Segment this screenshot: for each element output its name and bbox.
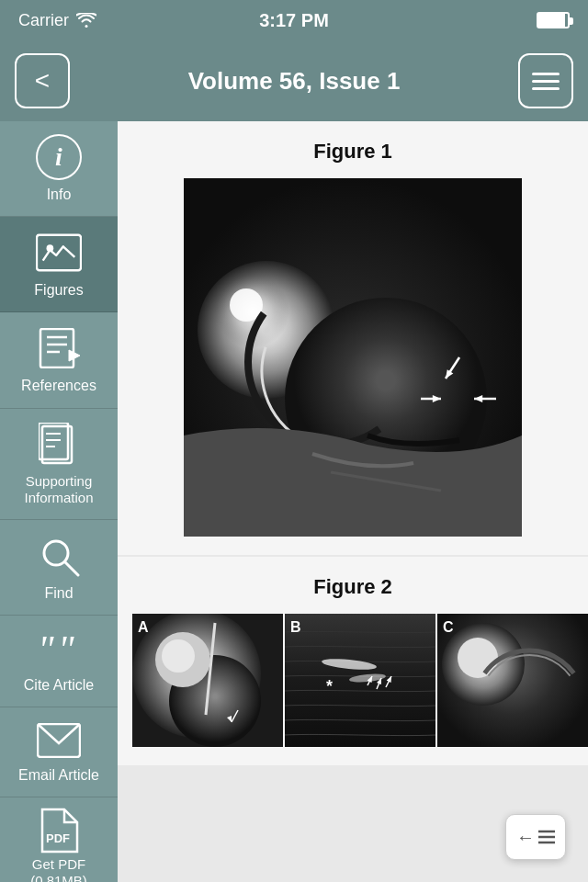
- carrier-label: Carrier: [18, 11, 69, 30]
- menu-line-3: [532, 87, 560, 90]
- svg-point-1: [47, 245, 54, 253]
- sidebar-label-find: Find: [44, 584, 73, 602]
- sidebar-item-find[interactable]: Find: [0, 520, 118, 616]
- expand-lines-icon: [538, 830, 555, 844]
- figure-2-sub-a: [132, 614, 283, 747]
- sidebar-item-supporting[interactable]: SupportingInformation: [0, 409, 118, 520]
- content-area[interactable]: Figure 1 Figure 2: [118, 121, 588, 882]
- expand-arrow-icon: ←: [516, 827, 535, 848]
- menu-line-2: [532, 80, 560, 83]
- sidebar-label-info: Info: [47, 186, 72, 203]
- supporting-icon: [36, 422, 82, 468]
- sidebar-item-figures[interactable]: Figures: [0, 217, 118, 312]
- main-layout: i Info Figures: [0, 121, 588, 882]
- references-icon: [36, 325, 82, 371]
- find-icon: [36, 533, 82, 579]
- figure-2-card: Figure 2: [118, 557, 588, 765]
- sidebar-label-figures: Figures: [34, 281, 83, 299]
- figure-1-image: [184, 178, 522, 537]
- battery-icon: [537, 12, 570, 28]
- figure-2-images: [132, 614, 573, 747]
- back-arrow-icon: <: [35, 66, 50, 96]
- sidebar-item-email[interactable]: Email Article: [0, 707, 118, 797]
- figure-2-sub-b: [285, 614, 435, 747]
- back-button[interactable]: <: [15, 53, 70, 108]
- nav-title: Volume 56, Issue 1: [188, 67, 401, 96]
- sidebar-label-supporting: SupportingInformation: [24, 473, 93, 506]
- sidebar: i Info Figures: [0, 121, 118, 882]
- svg-text:PDF: PDF: [46, 831, 70, 845]
- sidebar-label-email: Email Article: [18, 766, 99, 784]
- email-icon: [36, 720, 82, 761]
- info-icon: i: [36, 134, 82, 180]
- time-display: 3:17 PM: [259, 10, 329, 31]
- nav-bar: < Volume 56, Issue 1: [0, 40, 588, 121]
- pdf-icon: PDF: [36, 810, 82, 851]
- expand-button[interactable]: ←: [505, 814, 566, 860]
- sidebar-label-pdf: Get PDF(0.81MB): [30, 856, 87, 882]
- sidebar-item-cite[interactable]: " " Cite Article: [0, 616, 118, 707]
- svg-line-13: [65, 562, 78, 575]
- svg-text:": ": [38, 629, 54, 670]
- figure-2-title: Figure 2: [132, 575, 573, 599]
- sidebar-item-pdf[interactable]: PDF Get PDF(0.81MB): [0, 797, 118, 882]
- wifi-icon: [76, 13, 96, 28]
- sidebar-item-references[interactable]: References: [0, 312, 118, 408]
- sidebar-label-references: References: [21, 377, 96, 394]
- figure-1-image-container[interactable]: [132, 178, 573, 537]
- figure-1-title: Figure 1: [132, 140, 573, 164]
- menu-button[interactable]: [518, 53, 573, 108]
- svg-text:": ": [58, 629, 74, 670]
- figures-icon: [36, 230, 82, 276]
- sidebar-item-info[interactable]: i Info: [0, 121, 118, 217]
- sidebar-label-cite: Cite Article: [24, 676, 94, 694]
- figure-1-card: Figure 1: [118, 121, 588, 555]
- carrier-info: Carrier: [18, 11, 96, 30]
- cite-icon: " ": [36, 628, 82, 671]
- menu-line-1: [532, 73, 560, 75]
- figure-2-sub-c: [437, 614, 588, 747]
- status-bar: Carrier 3:17 PM: [0, 0, 588, 40]
